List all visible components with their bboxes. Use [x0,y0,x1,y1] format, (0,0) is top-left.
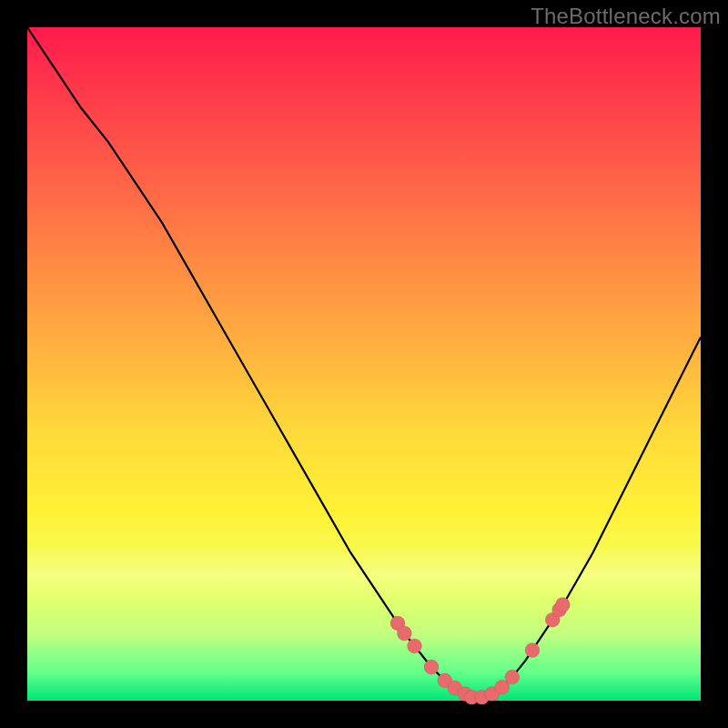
highlight-dot [424,660,439,674]
highlight-dot [555,598,570,612]
curve-svg [27,27,701,701]
highlight-dot [397,626,411,641]
watermark-text: TheBottleneck.com [531,4,721,29]
plot-area [27,27,701,701]
highlight-dot [408,639,422,653]
chart-frame: TheBottleneck.com [0,0,728,728]
highlight-dot [505,670,520,684]
bottleneck-curve [27,27,701,697]
highlight-dots [390,598,570,705]
highlight-dot [525,643,540,658]
